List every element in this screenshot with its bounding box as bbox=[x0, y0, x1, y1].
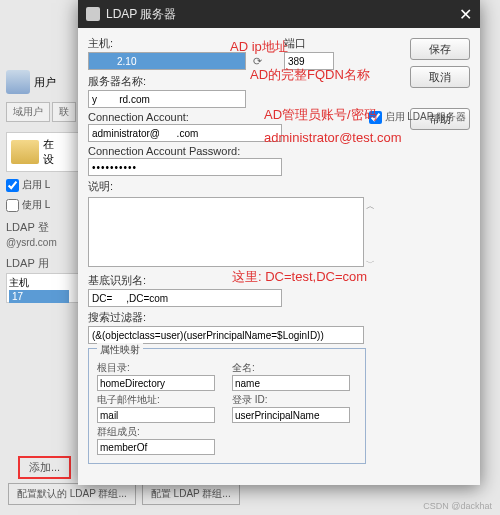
group-member-label: 群组成员: bbox=[97, 425, 222, 439]
save-button[interactable]: 保存 bbox=[410, 38, 470, 60]
search-filter-input[interactable] bbox=[88, 326, 364, 344]
bg-table: 主机 17 bbox=[6, 273, 86, 303]
host-label: 主机: bbox=[88, 36, 264, 51]
group-member-input[interactable] bbox=[97, 439, 215, 455]
watermark: CSDN @dackhat bbox=[423, 501, 492, 511]
chk-enable-l-input[interactable] bbox=[6, 179, 19, 192]
base-dn-input[interactable] bbox=[88, 289, 282, 307]
base-dn-label: 基底识别名: bbox=[88, 273, 378, 288]
chk-use-l[interactable]: 使用 L bbox=[6, 198, 86, 212]
table-row[interactable]: 17 bbox=[9, 290, 69, 303]
email-label: 电子邮件地址: bbox=[97, 393, 222, 407]
refresh-icon[interactable]: ⟳ bbox=[250, 54, 264, 68]
folder-line2: 设 bbox=[43, 152, 54, 167]
email-input[interactable] bbox=[97, 407, 215, 423]
conn-pass-label: Connection Account Password: bbox=[88, 145, 378, 157]
full-name-input[interactable] bbox=[232, 375, 350, 391]
port-label: 端口 bbox=[284, 36, 334, 51]
bg-panel: 在 设 bbox=[6, 132, 86, 172]
chk-enable-l[interactable]: 启用 L bbox=[6, 178, 86, 192]
full-name-label: 全名: bbox=[232, 361, 357, 375]
scroll-up-icon[interactable]: ︿ bbox=[366, 200, 375, 213]
login-id-input[interactable] bbox=[232, 407, 350, 423]
chk-use-l-input[interactable] bbox=[6, 199, 19, 212]
attr-map-title: 属性映射 bbox=[97, 343, 143, 357]
textarea-scroll-hints: ︿ ﹀ bbox=[364, 200, 376, 270]
form-area: 主机: ⟳ 端口 服务器名称: Connection Account: Conn… bbox=[88, 36, 378, 464]
enable-ldap-server-input[interactable] bbox=[369, 111, 382, 124]
user-label: 用户 bbox=[34, 75, 56, 90]
cfg-default-group-button[interactable]: 配置默认的 LDAP 群组... bbox=[8, 483, 136, 505]
folder-line1: 在 bbox=[43, 137, 54, 152]
desc-label: 说明: bbox=[88, 179, 118, 194]
dialog-body: 主机: ⟳ 端口 服务器名称: Connection Account: Conn… bbox=[78, 28, 480, 485]
user-heading: 用户 bbox=[6, 70, 86, 94]
root-dir-label: 根目录: bbox=[97, 361, 222, 375]
dialog-title: LDAP 服务器 bbox=[106, 6, 176, 23]
add-button[interactable]: 添加... bbox=[18, 456, 71, 479]
conn-pass-input[interactable] bbox=[88, 158, 282, 176]
at-domain: @ysrd.com bbox=[6, 237, 86, 248]
user-icon bbox=[6, 70, 30, 94]
search-filter-label: 搜索过滤器: bbox=[88, 310, 378, 325]
col-host: 主机 bbox=[9, 276, 83, 290]
server-name-input[interactable] bbox=[88, 90, 246, 108]
port-input[interactable] bbox=[284, 52, 334, 70]
conn-acct-label: Connection Account: bbox=[88, 111, 378, 123]
scroll-down-icon[interactable]: ﹀ bbox=[366, 257, 375, 270]
bg-tabs: 域用户 联 bbox=[6, 102, 86, 122]
ldap-table-label: LDAP 用 bbox=[6, 256, 86, 271]
folder-icon bbox=[11, 140, 39, 164]
login-id-label: 登录 ID: bbox=[232, 393, 357, 407]
dialog-titlebar: LDAP 服务器 ✕ bbox=[78, 0, 480, 28]
ldap-login-label: LDAP 登 bbox=[6, 220, 86, 235]
host-input[interactable] bbox=[88, 52, 246, 70]
root-dir-input[interactable] bbox=[97, 375, 215, 391]
desc-textarea[interactable] bbox=[88, 197, 364, 267]
server-name-label: 服务器名称: bbox=[88, 74, 378, 89]
dialog-icon bbox=[86, 7, 100, 21]
conn-acct-input[interactable] bbox=[88, 124, 282, 142]
ldap-server-dialog: LDAP 服务器 ✕ 主机: ⟳ 端口 服务器名称: Connectio bbox=[78, 0, 480, 485]
bg-config-buttons: 配置默认的 LDAP 群组... 配置 LDAP 群组... bbox=[8, 483, 240, 505]
cancel-button[interactable]: 取消 bbox=[410, 66, 470, 88]
attr-map-fieldset: 属性映射 根目录: 全名: 电子邮件地址: 登录 ID bbox=[88, 348, 366, 464]
tab-domain-users[interactable]: 域用户 bbox=[6, 102, 50, 122]
close-icon[interactable]: ✕ bbox=[459, 5, 472, 24]
background-sidebar: 用户 域用户 联 在 设 启用 L 使用 L LDAP 登 @ysrd.com … bbox=[6, 70, 86, 303]
enable-ldap-server-checkbox[interactable]: 启用 LDAP 服务器 bbox=[369, 110, 467, 124]
tab-other[interactable]: 联 bbox=[52, 102, 76, 122]
cfg-group-button[interactable]: 配置 LDAP 群组... bbox=[142, 483, 240, 505]
